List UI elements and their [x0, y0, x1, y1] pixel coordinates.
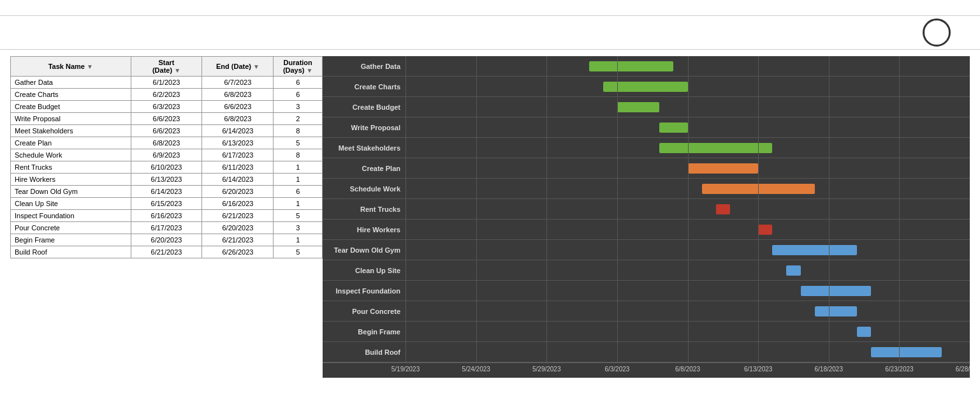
- table-row: Rent Trucks 6/10/2023 6/11/2023 1: [11, 161, 323, 174]
- gantt-bar: [659, 123, 687, 133]
- gantt-vline: [688, 97, 689, 117]
- gantt-row: Hire Workers: [323, 219, 970, 240]
- gantt-vline: [546, 322, 547, 342]
- dur-filter-icon[interactable]: ▼: [307, 67, 313, 74]
- task-end: 6/6/2023: [202, 101, 274, 113]
- gantt-vline: [899, 281, 900, 301]
- gantt-inner: Gather DataCreate ChartsCreate BudgetWri…: [323, 56, 970, 362]
- gantt-row: Write Proposal: [323, 117, 970, 138]
- gantt-bars: [406, 322, 970, 342]
- gantt-vline: [688, 56, 689, 77]
- gantt-row: Inspect Foundation: [323, 281, 970, 301]
- task-end: 6/21/2023: [202, 210, 274, 222]
- gantt-vline: [899, 260, 900, 281]
- gantt-bars: [406, 260, 970, 281]
- task-duration: 6: [274, 186, 323, 198]
- gantt-task-label: Rent Trucks: [323, 205, 406, 213]
- gantt-task-label: Build Roof: [323, 348, 406, 356]
- table-row: Build Roof 6/21/2023 6/26/2023 5: [11, 246, 323, 258]
- task-duration: 6: [274, 77, 323, 89]
- gantt-bar: [772, 245, 857, 255]
- gantt-vline: [758, 199, 759, 219]
- logo-area: [923, 19, 957, 47]
- gantt-task-label: Clean Up Site: [323, 267, 406, 274]
- task-duration: 5: [274, 137, 323, 149]
- gantt-vline: [546, 179, 547, 199]
- gantt-axis-dates: 5/19/20235/24/20235/29/20236/3/20236/8/2…: [406, 363, 970, 378]
- gantt-task-label: Create Budget: [323, 103, 406, 111]
- gantt-vline: [899, 322, 900, 342]
- gantt-axis: 5/19/20235/24/20235/29/20236/3/20236/8/2…: [323, 362, 970, 378]
- task-end: 6/16/2023: [202, 198, 274, 210]
- gantt-axis-date: 6/8/2023: [675, 366, 700, 373]
- gantt-bars: [406, 199, 970, 219]
- gantt-vline: [688, 77, 689, 97]
- gantt-vline: [406, 199, 406, 219]
- gantt-vline: [546, 260, 547, 281]
- gantt-vline: [617, 260, 618, 281]
- task-start: 6/2/2023: [131, 89, 202, 101]
- gantt-vline: [617, 117, 618, 138]
- gantt-vline: [758, 322, 759, 342]
- gantt-vline: [899, 219, 900, 240]
- gantt-vline: [617, 138, 618, 158]
- gantt-row: Build Roof: [323, 342, 970, 362]
- gantt-row: Pour Concrete: [323, 301, 970, 322]
- gantt-vline: [829, 56, 830, 77]
- gantt-vline: [617, 179, 618, 199]
- gantt-vline: [476, 322, 477, 342]
- task-name: Meet Stakeholders: [11, 125, 131, 137]
- gantt-vline: [758, 281, 759, 301]
- gantt-bars: [406, 240, 970, 260]
- task-end: 6/8/2023: [202, 113, 274, 125]
- gantt-vline: [546, 77, 547, 97]
- gantt-vline: [688, 342, 689, 362]
- gantt-vline: [476, 179, 477, 199]
- gantt-task-label: Write Proposal: [323, 124, 406, 131]
- gantt-vline: [617, 240, 618, 260]
- task-name: Pour Concrete: [11, 222, 131, 234]
- gantt-vline: [829, 158, 830, 179]
- task-start: 6/8/2023: [131, 137, 202, 149]
- main-content: Task Name ▼ Start(Date) ▼ End (Date) ▼ D…: [0, 50, 980, 384]
- gantt-task-label: Schedule Work: [323, 185, 406, 193]
- gantt-vline: [829, 199, 830, 219]
- gantt-vline: [476, 301, 477, 322]
- gantt-vline: [899, 158, 900, 179]
- gantt-bars: [406, 179, 970, 199]
- gantt-vline: [829, 219, 830, 240]
- table-row: Gather Data 6/1/2023 6/7/2023 6: [11, 77, 323, 89]
- gantt-bars: [406, 117, 970, 138]
- gantt-task-label: Gather Data: [323, 63, 406, 70]
- task-name: Create Plan: [11, 137, 131, 149]
- gantt-vline: [758, 301, 759, 322]
- gantt-task-label: Hire Workers: [323, 226, 406, 234]
- gantt-bar: [815, 306, 857, 316]
- gantt-vline: [617, 219, 618, 240]
- task-filter-icon[interactable]: ▼: [87, 63, 93, 70]
- task-end: 6/7/2023: [202, 77, 274, 89]
- gantt-vline: [688, 117, 689, 138]
- gantt-row: Create Plan: [323, 158, 970, 179]
- gantt-vline: [476, 199, 477, 219]
- task-end: 6/13/2023: [202, 137, 274, 149]
- gantt-axis-date: 5/24/2023: [462, 366, 490, 373]
- gantt-vline: [406, 260, 406, 281]
- gantt-axis-date: 6/28/2023: [956, 366, 970, 373]
- task-duration: 5: [274, 210, 323, 222]
- gantt-bars: [406, 138, 970, 158]
- gantt-bars: [406, 342, 970, 362]
- end-filter-icon[interactable]: ▼: [253, 63, 260, 70]
- gantt-vline: [688, 219, 689, 240]
- gantt-task-label: Inspect Foundation: [323, 287, 406, 295]
- start-filter-icon[interactable]: ▼: [174, 67, 180, 74]
- table-row: Inspect Foundation 6/16/2023 6/21/2023 5: [11, 210, 323, 222]
- gantt-vline: [899, 199, 900, 219]
- gantt-vline: [829, 342, 830, 362]
- gantt-vline: [546, 97, 547, 117]
- task-start: 6/9/2023: [131, 149, 202, 161]
- task-duration: 1: [274, 161, 323, 174]
- task-start: 6/1/2023: [131, 77, 202, 89]
- gantt-vline: [758, 77, 759, 97]
- gantt-bar: [857, 327, 871, 337]
